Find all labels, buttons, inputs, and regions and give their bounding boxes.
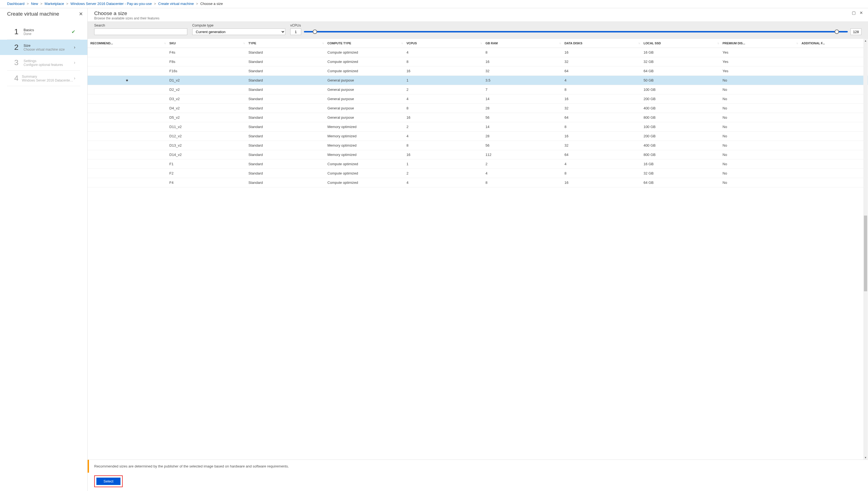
column-header[interactable]: PREMIUM DIS...↑↓ [720,39,799,48]
maximize-icon[interactable]: ▢ [852,10,856,15]
sort-icon[interactable]: ↑↓ [164,42,166,45]
cell-additional [799,48,868,57]
column-header[interactable]: SKU↑↓ [167,39,246,48]
check-icon: ✔ [72,29,75,35]
vcpu-min-input[interactable] [290,28,301,35]
cell-compute-type: Compute optimized [325,48,404,57]
column-header[interactable]: TYPE↑↓ [246,39,325,48]
table-row[interactable]: D3_v2StandardGeneral purpose41416200 GBN… [88,94,868,104]
table-row[interactable]: D5_v2StandardGeneral purpose165664800 GB… [88,113,868,122]
cell-compute-type: Compute optimized [325,57,404,66]
vcpu-slider[interactable] [304,28,848,35]
sort-icon[interactable]: ↑↓ [638,42,640,45]
table-row[interactable]: F4sStandardCompute optimized481616 GBYes [88,48,868,57]
table-row[interactable]: D14_v2StandardMemory optimized1611264800… [88,150,868,160]
select-button[interactable]: Select [97,478,120,485]
column-header[interactable]: RECOMMEND...↑↓ [88,39,167,48]
scrollbar-thumb[interactable] [864,215,867,291]
vertical-scrollbar[interactable]: ▲ ▼ [863,39,868,460]
breadcrumb-item[interactable]: New [31,2,38,6]
table-row[interactable]: ★D1_v2StandardGeneral purpose13.5450 GBN… [88,76,868,85]
close-icon[interactable]: ✕ [79,11,83,17]
column-header[interactable]: COMPUTE TYPE↑↓ [325,39,404,48]
cell-vcpus: 8 [404,57,483,66]
table-row[interactable]: D13_v2StandardMemory optimized85632400 G… [88,141,868,150]
column-label: SKU [169,41,176,45]
column-header[interactable]: VCPUS↑↓ [404,39,483,48]
breadcrumb-item[interactable]: Create virtual machine [158,2,194,6]
table-row[interactable]: F16sStandardCompute optimized16326464 GB… [88,66,868,76]
cell-type: Standard [246,66,325,76]
breadcrumb-item: Choose a size [200,2,223,6]
cell-premium-disk: No [720,104,799,113]
column-label: COMPUTE TYPE [327,41,351,45]
breadcrumb-item[interactable]: Marketplace [45,2,64,6]
cell-additional [799,160,868,169]
cell-data-disks: 32 [562,104,641,113]
column-label: VCPUS [406,41,417,45]
wizard-step-size[interactable]: 2SizeChoose virtual machine size› [0,40,87,55]
table-row[interactable]: D2_v2StandardGeneral purpose278100 GBNo [88,85,868,94]
cell-data-disks: 8 [562,85,641,94]
cell-ram: 3.5 [483,76,562,85]
wizard-step-basics[interactable]: 1BasicsDone✔ [7,24,80,40]
column-header[interactable]: LOCAL SSD↑↓ [641,39,720,48]
cell-type: Standard [246,132,325,141]
cell-compute-type: Memory optimized [325,141,404,150]
table-row[interactable]: D12_v2StandardMemory optimized42816200 G… [88,132,868,141]
close-icon[interactable]: ✕ [860,10,863,15]
cell-recommended: ★ [88,76,167,85]
column-label: ADDITIONAL F... [802,41,825,45]
breadcrumb-separator-icon: > [40,2,43,6]
cell-type: Standard [246,57,325,66]
sort-icon[interactable]: ↑↓ [401,42,403,45]
vcpu-max-input[interactable] [850,28,862,35]
cell-local-ssd: 200 GB [641,94,720,104]
sort-icon[interactable]: ↑↓ [243,42,245,45]
cell-premium-disk: Yes [720,57,799,66]
table-row[interactable]: D4_v2StandardGeneral purpose82832400 GBN… [88,104,868,113]
cell-additional [799,94,868,104]
cell-compute-type: Memory optimized [325,150,404,160]
sort-icon[interactable]: ↑↓ [322,42,324,45]
column-header[interactable]: ADDITIONAL F...↑↓ [799,39,868,48]
sort-icon[interactable]: ↑↓ [796,42,797,45]
table-row[interactable]: F8sStandardCompute optimized8163232 GBYe… [88,57,868,66]
cell-compute-type: Memory optimized [325,122,404,132]
cell-local-ssd: 50 GB [641,76,720,85]
table-row[interactable]: F1StandardCompute optimized12416 GBNo [88,160,868,169]
scroll-down-icon[interactable]: ▼ [863,456,868,459]
cell-additional [799,141,868,150]
cell-local-ssd: 800 GB [641,150,720,160]
cell-compute-type: Memory optimized [325,132,404,141]
breadcrumb: Dashboard>New>Marketplace>Windows Server… [0,0,868,8]
table-row[interactable]: F4StandardCompute optimized481664 GBNo [88,178,868,187]
filter-bar: Search Compute type Current generation v… [88,21,868,39]
cell-vcpus: 4 [404,94,483,104]
cell-type: Standard [246,104,325,113]
cell-additional [799,150,868,160]
cell-compute-type: Compute optimized [325,160,404,169]
breadcrumb-item[interactable]: Windows Server 2016 Datacenter - Pay-as-… [71,2,152,6]
compute-type-select[interactable]: Current generation [192,28,285,35]
sort-icon[interactable]: ↑↓ [480,42,482,45]
column-header[interactable]: GB RAM↑↓ [483,39,562,48]
table-row[interactable]: D11_v2StandardMemory optimized2148100 GB… [88,122,868,132]
chevron-right-icon: › [74,76,75,81]
search-input[interactable] [94,28,187,35]
breadcrumb-item[interactable]: Dashboard [7,2,25,6]
cell-ram: 28 [483,104,562,113]
cell-recommended [88,160,167,169]
sort-icon[interactable]: ↑↓ [560,42,561,45]
chevron-right-icon: › [74,60,75,65]
column-header[interactable]: DATA DISKS↑↓ [562,39,641,48]
sort-icon[interactable]: ↑↓ [717,42,719,45]
cell-local-ssd: 100 GB [641,122,720,132]
scroll-up-icon[interactable]: ▲ [863,39,868,42]
cell-sku: D12_v2 [167,132,246,141]
cell-vcpus: 2 [404,85,483,94]
table-row[interactable]: F2StandardCompute optimized24832 GBNo [88,169,868,178]
cell-recommended [88,150,167,160]
cell-local-ssd: 400 GB [641,141,720,150]
column-label: RECOMMEND... [90,41,113,45]
